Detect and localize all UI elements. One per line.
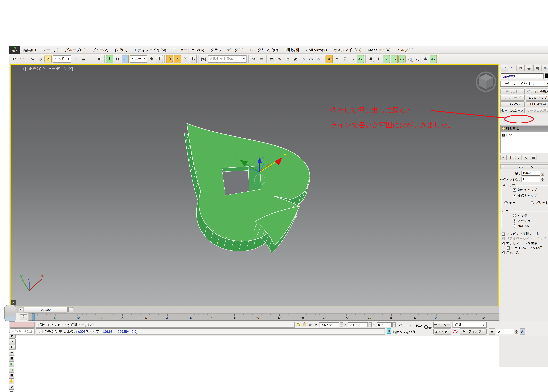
app-logo[interactable]: ◥MXD (9, 46, 20, 53)
output-radio-mesh[interactable]: メッシュ (513, 219, 531, 223)
point-snap-button[interactable]: ✶∩ (422, 55, 429, 63)
percent-snap-toggle-button[interactable]: %∩ (182, 55, 189, 63)
checkbox-generate-mapping-coords[interactable]: マッピング座標を生成 (502, 232, 539, 236)
set-key-mode-icon[interactable] (453, 329, 459, 334)
cap-start-checkbox[interactable]: 始点キャップ (513, 188, 537, 192)
z-coord-field[interactable]: 0.0 (377, 322, 391, 327)
checkbox-use-shape-ids[interactable]: シェイプの ID を使用 (506, 246, 542, 250)
menu-help[interactable]: ヘルプ(H) (394, 46, 417, 53)
select-object-button[interactable]: ↖ (72, 55, 79, 63)
spinner-snap-toggle-button[interactable]: ⇅ (190, 55, 197, 63)
tab-motion[interactable]: ◎ (525, 65, 533, 71)
select-and-manipulate-button[interactable]: ⬆ (156, 55, 163, 63)
bulb-icon[interactable] (502, 127, 505, 130)
segments-spinner[interactable]: ▲▼ (541, 177, 544, 182)
bind-to-space-warp-button[interactable]: ≋ (44, 55, 52, 63)
render-setup-button[interactable]: ♨ (299, 55, 307, 63)
x-spinner[interactable]: ▲▼ (340, 322, 343, 327)
grid-radio[interactable]: グリッド (531, 201, 548, 205)
zoom-all-button[interactable]: ⊞ (9, 356, 14, 361)
menu-maxscript[interactable]: MAXScript(X) (365, 46, 394, 53)
rectangular-selection-region-button[interactable]: ▢ (88, 55, 95, 63)
edit-named-selection-sets-button[interactable]: {✎} (200, 55, 207, 63)
pivot-snap-button[interactable]: ✦∩ (375, 55, 382, 63)
reference-coordinate-system-dropdown[interactable]: ビュー▼ (130, 55, 147, 63)
configure-modifier-sets-button[interactable]: ▦ (530, 155, 536, 160)
material-editor-button[interactable]: ◉ (292, 55, 299, 63)
stack-item-base-line[interactable]: +Line∷ (501, 132, 548, 138)
angle-snap-toggle-button[interactable]: ∡∩ (174, 55, 181, 63)
tab-create[interactable]: ↗ (501, 65, 508, 71)
menu-lighting-analysis[interactable]: 照明分析 (281, 46, 303, 53)
snaps-toggle-3d-button[interactable]: 3∩ (166, 55, 173, 63)
time-previous-button[interactable]: < (19, 307, 23, 312)
stack-item-modifier-extrude[interactable]: 押し出し (501, 126, 548, 132)
manage-layers-button[interactable]: ▤ (268, 55, 275, 63)
segments-field[interactable]: 1 (521, 177, 540, 182)
select-and-scale-button[interactable]: ◱ (122, 55, 129, 63)
menu-group[interactable]: グループ(G) (62, 46, 89, 53)
menu-customize[interactable]: カスタマイズ(U) (330, 46, 365, 53)
schematic-view-button[interactable]: ⧉ (284, 55, 291, 63)
rendered-frame-window-button[interactable]: ▭ (307, 55, 314, 63)
face-snap-button[interactable]: ◁∩ (406, 55, 413, 63)
zoom-button[interactable]: ⊕ (9, 350, 14, 356)
pin-stack-button[interactable]: ⌖ (500, 155, 506, 160)
maximize-viewport-toggle-button[interactable]: ◱ (9, 390, 14, 392)
show-end-result-button[interactable]: ‖ (508, 155, 514, 160)
vertex-snap-button[interactable]: ▫∩ (383, 55, 390, 63)
output-radio-nurbs[interactable]: NURBS (513, 224, 529, 227)
menu-modifiers[interactable]: モディファイヤ(M) (130, 46, 169, 53)
modifier-button-uvw-map[interactable]: UVW マップ (526, 95, 548, 101)
key-filters-button[interactable]: キーフィルタ... (460, 329, 487, 335)
menu-tools[interactable]: ツール(T) (39, 46, 62, 53)
viewport-label[interactable]: [+] [正投影] [シェーディング] (21, 66, 73, 71)
y-coord-field[interactable]: -54.985 (348, 322, 368, 327)
modifier-button-ffd-2x2x2[interactable]: FFD 2x2x2 (500, 101, 525, 107)
modifier-button-ffd-4x4x4[interactable]: FFD 4x4x4 (526, 101, 548, 107)
select-and-move-button[interactable]: ✛ (106, 55, 113, 63)
modifier-button-turbosmooth[interactable]: ターボスムーズ (500, 108, 525, 113)
expand-icon[interactable]: + (502, 133, 505, 136)
tab-hierarchy[interactable]: ⧉ (517, 65, 525, 71)
axis-constraint-xy-snap-button[interactable]: XY∩ (357, 55, 364, 63)
isolate-selection-icon[interactable] (296, 322, 301, 328)
xy-plane-snap-button[interactable]: XY∩ (430, 55, 437, 63)
render-production-button[interactable]: ♨ (315, 55, 322, 63)
viewport-corner-button[interactable]: ▶ (11, 300, 16, 305)
set-key-button[interactable]: セットキー (433, 329, 451, 335)
next-frame-button[interactable]: |▶ (9, 338, 16, 344)
x-coord-field[interactable]: 205.458 (319, 322, 339, 327)
zoom-region-button[interactable]: ⊡ (9, 373, 14, 378)
add-time-tag[interactable]: 時間タグを追加 (393, 330, 416, 335)
undo-button[interactable]: ↶ (11, 55, 18, 63)
time-configuration-button[interactable]: ◷ (520, 329, 526, 335)
axis-constraint-z-button[interactable]: Z (341, 55, 348, 63)
cap-end-checkbox[interactable]: 終点キャップ (513, 193, 537, 198)
zoom-extents-button[interactable]: ▣ (9, 361, 14, 367)
trackbar-frame-marker[interactable] (32, 313, 35, 321)
frame-spinner[interactable]: ▲▼ (515, 329, 518, 334)
key-step-toggle[interactable]: ◀▶ (489, 329, 495, 335)
menu-views[interactable]: ビュー(V) (89, 46, 112, 53)
menu-rendering[interactable]: レンダリング(R) (247, 46, 281, 53)
window-crossing-toggle-button[interactable]: ▣ (96, 55, 103, 63)
selection-filter-dropdown[interactable]: すべて▼ (53, 55, 71, 63)
midpoint-snap-button[interactable]: ⊸∩ (391, 55, 398, 63)
output-radio-patch[interactable]: パッチ (513, 213, 527, 218)
time-slider[interactable]: 0 / 100 (24, 307, 68, 313)
amount-spinner[interactable]: ▲▼ (541, 171, 544, 175)
viewport[interactable]: [+] [正投影] [シェーディング] (10, 64, 499, 307)
menu-edit[interactable]: 編集(E) (20, 46, 39, 53)
object-color-swatch[interactable] (545, 73, 548, 78)
pan-view-button[interactable]: ✋ (9, 378, 14, 384)
object-name-field[interactable]: Line003 (501, 73, 543, 79)
track-bar-ruler[interactable]: 0510152025303540455055606570758085909510… (28, 313, 499, 321)
modifier-list-dropdown[interactable]: モディファイヤリスト▼ (500, 81, 548, 87)
menu-animation[interactable]: アニメーション(A) (169, 46, 207, 53)
select-by-name-button[interactable]: ≣ (80, 55, 87, 63)
checkbox-generate-material-ids[interactable]: マテリアル ID を生成 (502, 241, 537, 246)
orbit-button[interactable]: ↻ (9, 384, 14, 390)
named-selection-sets-dropdown[interactable]: 選択セット作成▼ (208, 55, 247, 63)
curve-editor-button[interactable]: ∿ (276, 55, 283, 63)
